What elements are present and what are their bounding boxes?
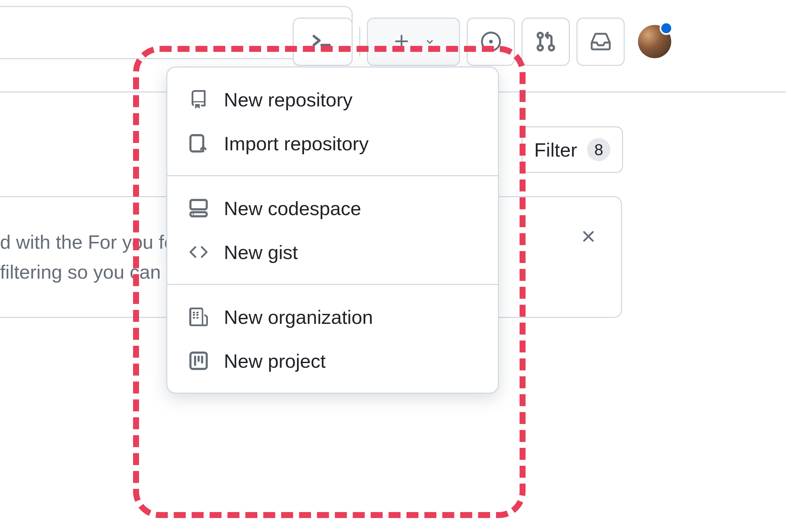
filter-count-badge: 8 bbox=[587, 138, 610, 161]
import-repository-item[interactable]: Import repository bbox=[167, 121, 498, 165]
pull-requests-button[interactable] bbox=[522, 18, 570, 66]
new-codespace-item[interactable]: New codespace bbox=[167, 186, 498, 230]
command-palette-button[interactable] bbox=[293, 18, 353, 66]
filter-label: Filter bbox=[534, 139, 577, 161]
inbox-icon bbox=[590, 30, 612, 53]
repo-push-icon bbox=[187, 132, 210, 154]
new-project-item[interactable]: New project bbox=[167, 339, 498, 383]
menu-item-label: New repository bbox=[224, 89, 353, 111]
svg-point-2 bbox=[549, 45, 554, 50]
code-icon bbox=[187, 241, 210, 263]
filter-button[interactable]: Filter 8 bbox=[522, 126, 623, 173]
close-button[interactable] bbox=[579, 227, 598, 246]
repo-icon bbox=[187, 88, 210, 111]
svg-rect-4 bbox=[191, 200, 207, 210]
menu-item-label: New codespace bbox=[224, 197, 361, 219]
new-gist-item[interactable]: New gist bbox=[167, 230, 498, 274]
inbox-button[interactable] bbox=[576, 18, 625, 66]
svg-point-1 bbox=[537, 45, 542, 50]
organization-icon bbox=[187, 306, 210, 328]
plus-icon bbox=[391, 30, 413, 53]
menu-item-label: New project bbox=[224, 350, 326, 372]
create-new-button[interactable] bbox=[367, 18, 460, 66]
menu-item-label: Import repository bbox=[224, 132, 369, 154]
svg-point-6 bbox=[192, 214, 194, 215]
create-new-dropdown: New repository Import repository New cod… bbox=[166, 67, 499, 394]
new-repository-item[interactable]: New repository bbox=[167, 77, 498, 121]
menu-item-label: New gist bbox=[224, 241, 298, 263]
issues-button[interactable] bbox=[467, 18, 515, 66]
svg-point-0 bbox=[537, 33, 542, 38]
notification-dot bbox=[660, 22, 673, 35]
pull-request-icon bbox=[534, 30, 557, 53]
terminal-icon bbox=[306, 25, 339, 58]
codespace-icon bbox=[187, 197, 210, 219]
divider bbox=[359, 27, 360, 56]
project-icon bbox=[187, 349, 210, 372]
issue-icon bbox=[480, 30, 502, 53]
chevron-down-icon bbox=[423, 30, 436, 53]
menu-item-label: New organization bbox=[224, 306, 373, 328]
new-organization-item[interactable]: New organization bbox=[167, 295, 498, 339]
